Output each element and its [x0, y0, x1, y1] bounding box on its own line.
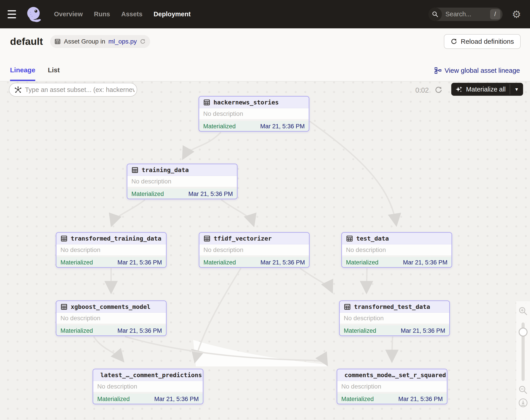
asset-status: Materialized [131, 191, 164, 197]
asset-status: Materialized [203, 123, 236, 130]
materialize-all-button-group: Materialize all ▾ [451, 83, 523, 96]
asset-node-header: tfidf_vectorizer [199, 233, 309, 244]
reload-definitions-button[interactable]: Reload definitions [444, 34, 521, 49]
lineage-canvas[interactable]: hackernews_stories No description Materi… [0, 81, 530, 420]
asset-status: Materialized [344, 327, 376, 334]
asset-node[interactable]: transformed_training_data No description… [56, 232, 167, 268]
asset-node[interactable]: training_data No description Materialize… [127, 164, 237, 199]
asset-node-header: training_data [127, 164, 237, 176]
asset-node-body: No description [337, 381, 447, 392]
asset-description: No description [344, 315, 384, 322]
table-icon [344, 303, 351, 310]
tab-bar: Lineage List View global asset lineage [0, 55, 530, 81]
asset-filter-input[interactable] [25, 86, 134, 93]
asset-node[interactable]: latest_…_comment_predictions No descript… [93, 369, 204, 404]
dagster-logo-icon[interactable] [25, 6, 43, 23]
view-global-asset-lineage-link[interactable]: View global asset lineage [434, 67, 520, 81]
asset-materialization-time[interactable]: Mar 21, 5:36 PM [260, 123, 305, 130]
asset-materialization-time[interactable]: Mar 21, 5:36 PM [401, 327, 445, 334]
search-input[interactable] [442, 11, 490, 18]
asset-node-footer: Materialized Mar 21, 5:36 PM [199, 121, 309, 132]
asset-node-header: comments_mode…_set_r_squared [337, 369, 447, 381]
asset-node-body: No description [199, 108, 309, 119]
tab-list[interactable]: List [48, 66, 59, 81]
asset-node-footer: Materialized Mar 21, 5:36 PM [57, 325, 166, 336]
badge-reload-icon[interactable] [140, 39, 146, 45]
asset-node[interactable]: tfidf_vectorizer No description Material… [199, 232, 309, 268]
table-icon [60, 235, 68, 242]
asset-materialization-time[interactable]: Mar 21, 5:36 PM [398, 396, 443, 403]
asset-name: hackernews_stories [213, 99, 279, 106]
asset-node-body: No description [342, 244, 452, 255]
lineage-graph-icon [434, 67, 442, 74]
zoom-slider-handle[interactable] [519, 328, 528, 337]
asset-group-file-link[interactable]: ml_ops.py [108, 38, 137, 45]
asset-node-gap [340, 324, 449, 325]
asset-node-footer: Materialized Mar 21, 5:36 PM [337, 394, 447, 404]
asset-materialization-time[interactable]: Mar 21, 5:36 PM [188, 191, 233, 197]
nav-item-deployment[interactable]: Deployment [154, 11, 191, 18]
asset-node-body: No description [340, 313, 449, 324]
page-title: default [10, 36, 43, 47]
table-icon [54, 38, 61, 45]
nav-item-runs[interactable]: Runs [94, 11, 110, 18]
asset-description: No description [60, 246, 100, 254]
nav-item-assets[interactable]: Assets [121, 11, 142, 18]
zoom-out-icon[interactable] [518, 385, 528, 395]
global-search[interactable]: / [428, 8, 502, 21]
asset-materialization-time[interactable]: Mar 21, 5:36 PM [117, 259, 162, 266]
sparkles-icon [455, 86, 463, 93]
asset-node-footer: Materialized Mar 21, 5:36 PM [340, 325, 449, 336]
asset-node[interactable]: transformed_test_data No description Mat… [339, 300, 450, 336]
asset-node-gap [337, 392, 447, 394]
asset-status: Materialized [204, 259, 236, 266]
asset-materialization-time[interactable]: Mar 21, 5:36 PM [403, 259, 447, 266]
zoom-in-icon[interactable] [518, 306, 528, 316]
asset-description: No description [204, 246, 243, 254]
asset-node-body: No description [127, 176, 237, 187]
asset-materialization-time[interactable]: Mar 21, 5:36 PM [117, 327, 162, 334]
asset-node-gap [93, 392, 203, 394]
nav-item-overview[interactable]: Overview [54, 11, 83, 18]
asset-name: transformed_training_data [71, 235, 161, 242]
asset-status: Materialized [341, 396, 374, 403]
asset-node-header: xgboost_comments_model [57, 301, 166, 313]
top-navigation-bar: Overview Runs Assets Deployment / ⚙ [0, 0, 530, 28]
materialize-all-button[interactable]: Materialize all [451, 83, 510, 96]
download-graph-icon[interactable] [518, 398, 528, 408]
asset-node-body: No description [57, 244, 166, 255]
asset-materialization-time[interactable]: Mar 21, 5:36 PM [154, 396, 199, 403]
refresh-timer: 0:02 [415, 86, 429, 94]
asset-node-body: No description [57, 313, 166, 324]
asset-node[interactable]: hackernews_stories No description Materi… [199, 96, 309, 132]
asset-node-footer: Materialized Mar 21, 5:36 PM [127, 189, 237, 199]
asset-group-badge-text: Asset Group in [64, 38, 105, 45]
asset-name: latest_…_comment_predictions [100, 372, 202, 378]
materialize-options-dropdown[interactable]: ▾ [510, 83, 523, 96]
asset-materialization-time[interactable]: Mar 21, 5:36 PM [260, 259, 305, 266]
graph-refresh-icon[interactable] [435, 86, 442, 94]
asset-description: No description [341, 383, 381, 390]
asset-node-gap [57, 324, 166, 325]
asset-filter-input-container[interactable] [9, 83, 137, 97]
asset-group-badge[interactable]: Asset Group in ml_ops.py [50, 35, 150, 48]
asset-node[interactable]: comments_mode…_set_r_squared No descript… [337, 369, 447, 404]
tab-lineage[interactable]: Lineage [10, 66, 35, 81]
asset-node-header: transformed_test_data [340, 301, 449, 313]
asset-node-footer: Materialized Mar 21, 5:36 PM [93, 394, 203, 404]
asset-node-header: transformed_training_data [57, 233, 166, 244]
zoom-controls-panel [516, 301, 530, 420]
asset-node[interactable]: xgboost_comments_model No description Ma… [56, 300, 167, 336]
asset-status: Materialized [60, 327, 93, 334]
asset-description: No description [97, 383, 137, 390]
search-shortcut-badge: / [490, 9, 500, 19]
asset-description: No description [203, 110, 243, 117]
asset-node[interactable]: test_data No description Materialized Ma… [341, 232, 452, 268]
asset-node-footer: Materialized Mar 21, 5:36 PM [342, 257, 452, 268]
table-icon [203, 99, 210, 106]
asset-node-header: latest_…_comment_predictions [93, 369, 203, 381]
asset-name: comments_mode…_set_r_squared [344, 372, 446, 378]
asset-node-footer: Materialized Mar 21, 5:36 PM [57, 257, 166, 268]
settings-gear-icon[interactable]: ⚙ [512, 9, 521, 19]
hamburger-menu-icon[interactable] [8, 10, 17, 18]
